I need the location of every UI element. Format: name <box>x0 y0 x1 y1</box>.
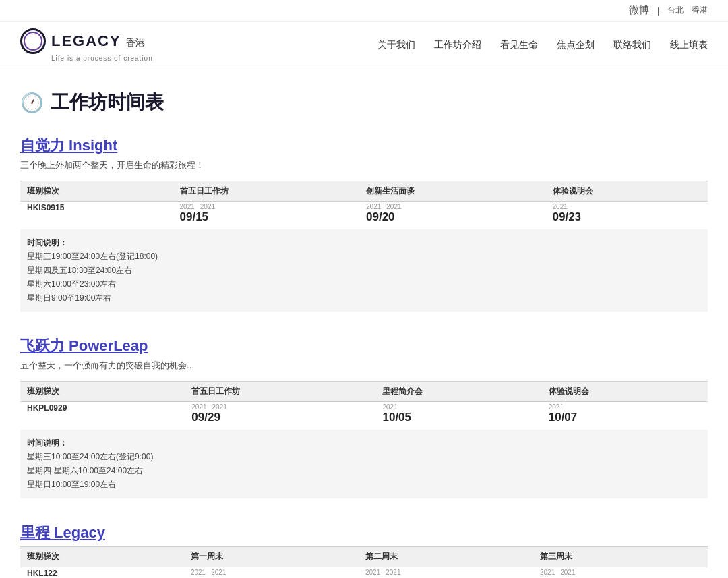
date-value: 07/30 <box>191 576 352 578</box>
year-label: 2021 <box>191 403 206 411</box>
col-header-1-3: 体验说明会 <box>542 381 708 401</box>
notes-cell-0: 时间说明：星期三19:00至24:00左右(登记18:00)星期四及五18:30… <box>20 229 708 312</box>
date-value: 09/10 <box>365 576 526 578</box>
notes-row-0: 时间说明：星期三19:00至24:00左右(登记18:00)星期四及五18:30… <box>20 229 708 312</box>
logo-circle <box>20 28 46 54</box>
col-header-2-3: 第三周末 <box>533 546 708 567</box>
date-cell-1-0-2: 202110/07 <box>542 401 708 430</box>
header: LEGACY 香港 Life is a process of creation … <box>0 22 728 69</box>
workshop-section-2: 里程 Legacy班别梯次第一周末第二周末第三周末HKL122202120210… <box>20 523 708 578</box>
year-label: 2021 <box>553 203 568 210</box>
date-value: 09/15 <box>180 210 353 224</box>
date-value: 11/05 <box>540 576 701 578</box>
col-header-0-1: 首五日工作坊 <box>173 181 360 202</box>
date-cell-0-0-2: 202109/23 <box>546 202 708 230</box>
year-label: 2021 <box>560 569 575 576</box>
page-title: 工作坊时间表 <box>51 90 164 115</box>
year-label: 2021 <box>386 203 401 210</box>
date-cell-1-0-1: 202110/05 <box>375 401 541 430</box>
notes-title-0: 时间说明： <box>27 238 67 248</box>
notes-cell-1: 时间说明：星期三10:00至24:00左右(登记9:00)星期四-星期六10:0… <box>20 430 708 498</box>
col-header-0-0: 班别梯次 <box>20 181 173 202</box>
workshops-container: 自觉力 Insight三个晚上外加两个整天，开启生命的精彩旅程！班别梯次首五日工… <box>20 136 708 578</box>
table-row: HKL1222021202107/302021202109/1020212021… <box>20 567 708 578</box>
workshop-name-0[interactable]: 自觉力 Insight <box>20 136 708 156</box>
note-line: 星期日9:00至19:00左右 <box>27 293 111 303</box>
date-value: 10/05 <box>382 411 535 424</box>
row-code-1-0: HKPL0929 <box>20 401 185 430</box>
date-cell-2-0-2: 2021202111/05 <box>533 567 708 578</box>
topbar-separator: | <box>657 6 659 16</box>
note-line: 星期三19:00至24:00左右(登记18:00) <box>27 252 158 261</box>
clock-icon: 🕐 <box>20 92 44 114</box>
col-header-2-0: 班别梯次 <box>20 546 184 567</box>
note-line: 星期四-星期六10:00至24:00左右 <box>27 466 143 475</box>
weibo-icon[interactable]: 微博 <box>629 4 649 17</box>
logo-hk: 香港 <box>126 37 145 48</box>
col-header-2-2: 第二周末 <box>359 546 533 567</box>
schedule-table-2: 班别梯次第一周末第二周末第三周末HKL1222021202107/3020212… <box>20 546 708 578</box>
main-nav: 关于我们 工作坊介绍 看见生命 焦点企划 联络我们 线上填表 <box>377 39 708 51</box>
note-line: 星期六10:00至23:00左右 <box>27 279 116 289</box>
nav-about[interactable]: 关于我们 <box>377 39 415 51</box>
nav-life[interactable]: 看见生命 <box>500 39 538 51</box>
note-line: 星期三10:00至24:00左右(登记9:00) <box>27 452 153 461</box>
date-value: 09/23 <box>553 210 701 224</box>
workshop-desc-1: 五个整天，一个强而有力的突破自我的机会... <box>20 359 708 372</box>
note-line: 星期日10:00至19:00左右 <box>27 480 116 489</box>
workshop-name-1[interactable]: 飞跃力 PowerLeap <box>20 336 708 356</box>
year-label: 2021 <box>191 569 206 576</box>
row-code-2-0: HKL122 <box>20 567 184 578</box>
nav-workshop[interactable]: 工作坊介绍 <box>434 39 481 51</box>
date-value: 09/29 <box>191 411 369 424</box>
year-label: 2021 <box>180 203 195 210</box>
logo-text: LEGACY <box>51 32 121 49</box>
note-line: 星期四及五18:30至24:00左右 <box>27 266 132 275</box>
year-label: 2021 <box>211 569 226 576</box>
year-label: 2021 <box>382 403 397 411</box>
date-cell-2-0-1: 2021202109/10 <box>359 567 533 578</box>
page-title-row: 🕐 工作坊时间表 <box>20 90 708 115</box>
nav-focus[interactable]: 焦点企划 <box>557 39 595 51</box>
date-cell-0-0-1: 2021202109/20 <box>359 202 546 230</box>
row-code-0-0: HKIS0915 <box>20 202 173 230</box>
nav-contact[interactable]: 联络我们 <box>613 39 651 51</box>
year-label: 2021 <box>540 569 555 576</box>
date-value: 09/20 <box>366 210 539 224</box>
date-cell-2-0-0: 2021202107/30 <box>184 567 359 578</box>
date-cell-0-0-0: 2021202109/15 <box>173 202 360 230</box>
nav-form[interactable]: 线上填表 <box>670 39 708 51</box>
col-header-1-0: 班别梯次 <box>20 381 185 401</box>
page-content: 🕐 工作坊时间表 自觉力 Insight三个晚上外加两个整天，开启生命的精彩旅程… <box>0 69 728 578</box>
schedule-table-1: 班别梯次首五日工作坊里程简介会体验说明会HKPL09292021202109/2… <box>20 381 708 498</box>
date-cell-1-0-0: 2021202109/29 <box>185 401 375 430</box>
col-header-0-3: 体验说明会 <box>546 181 708 202</box>
date-value: 10/07 <box>549 411 701 424</box>
col-header-2-1: 第一周末 <box>184 546 359 567</box>
region-hongkong[interactable]: 香港 <box>692 5 708 16</box>
year-label: 2021 <box>366 203 381 210</box>
workshop-section-0: 自觉力 Insight三个晚上外加两个整天，开启生命的精彩旅程！班别梯次首五日工… <box>20 136 708 312</box>
schedule-table-0: 班别梯次首五日工作坊创新生活面谈体验说明会HKIS09152021202109/… <box>20 181 708 312</box>
year-label: 2021 <box>365 569 380 576</box>
workshop-name-2[interactable]: 里程 Legacy <box>20 523 708 543</box>
year-label: 2021 <box>212 403 227 411</box>
workshop-desc-0: 三个晚上外加两个整天，开启生命的精彩旅程！ <box>20 159 708 171</box>
year-label: 2021 <box>386 569 400 576</box>
notes-title-1: 时间说明： <box>27 438 67 448</box>
year-label: 2021 <box>549 403 564 411</box>
logo: LEGACY 香港 Life is a process of creation <box>20 28 153 62</box>
logo-sub: Life is a process of creation <box>51 55 153 62</box>
topbar: 微博 | 台北 香港 <box>0 0 728 22</box>
col-header-1-1: 首五日工作坊 <box>185 381 375 401</box>
table-row: HKPL09292021202109/29202110/05202110/07 <box>20 401 708 430</box>
col-header-0-2: 创新生活面谈 <box>359 181 546 202</box>
region-taipei[interactable]: 台北 <box>667 5 684 16</box>
workshop-section-1: 飞跃力 PowerLeap五个整天，一个强而有力的突破自我的机会...班别梯次首… <box>20 336 708 498</box>
notes-row-1: 时间说明：星期三10:00至24:00左右(登记9:00)星期四-星期六10:0… <box>20 430 708 498</box>
year-label: 2021 <box>200 203 215 210</box>
table-row: HKIS09152021202109/152021202109/20202109… <box>20 202 708 230</box>
col-header-1-2: 里程简介会 <box>375 381 541 401</box>
